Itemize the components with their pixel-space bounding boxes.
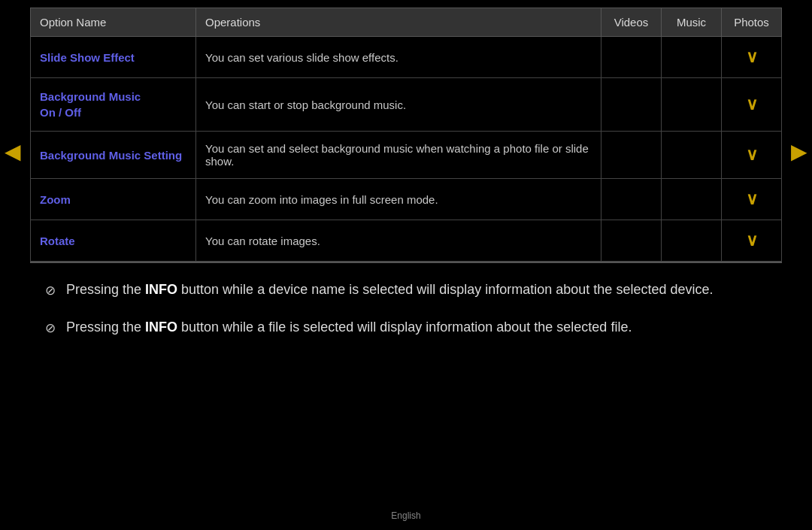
nav-arrow-right[interactable]: ▶ — [791, 139, 807, 164]
table-header-row: Option Name Operations Videos Music Phot… — [31, 8, 782, 37]
photos-check-cell: ∨ — [722, 37, 782, 78]
note-icon-1: ⊘ — [45, 281, 56, 301]
description-cell: You can zoom into images in full screen … — [196, 179, 601, 220]
table-row: Background Music SettingYou can set and … — [31, 132, 782, 179]
option-name-cell: Background Music On / Off — [31, 78, 196, 132]
music-check-cell — [662, 37, 722, 78]
note-text-1: Pressing the INFO button while a device … — [66, 280, 713, 300]
header-operations: Operations — [196, 8, 601, 37]
videos-check-cell — [601, 132, 662, 179]
photos-check-cell: ∨ — [722, 132, 782, 179]
option-name-cell: Slide Show Effect — [31, 37, 196, 78]
photos-check-cell: ∨ — [722, 78, 782, 132]
header-photos: Photos — [722, 8, 782, 37]
option-name-cell: Rotate — [31, 220, 196, 262]
videos-check-cell — [601, 179, 662, 220]
description-cell: You can rotate images. — [196, 220, 601, 262]
table-row: RotateYou can rotate images.∨ — [31, 220, 782, 262]
music-check-cell — [662, 220, 722, 262]
footer-language: English — [391, 510, 420, 521]
table-row: Slide Show EffectYou can set various sli… — [31, 37, 782, 78]
music-check-cell — [662, 78, 722, 132]
photos-check-cell: ∨ — [722, 220, 782, 262]
music-check-cell — [662, 179, 722, 220]
music-check-cell — [662, 132, 722, 179]
nav-arrow-left[interactable]: ◀ — [5, 139, 21, 164]
options-table: Option Name Operations Videos Music Phot… — [30, 8, 782, 262]
videos-check-cell — [601, 220, 662, 262]
option-name-cell: Zoom — [31, 179, 196, 220]
description-cell: You can set and select background music … — [196, 132, 601, 179]
note-text-2: Pressing the INFO button while a file is… — [66, 317, 632, 338]
header-option-name: Option Name — [31, 8, 196, 37]
header-music: Music — [662, 8, 722, 37]
note-item-2: ⊘ Pressing the INFO button while a file … — [45, 317, 767, 338]
table-row: ZoomYou can zoom into images in full scr… — [31, 179, 782, 220]
notes-section: ⊘ Pressing the INFO button while a devic… — [0, 263, 812, 338]
option-name-cell: Background Music Setting — [31, 132, 196, 179]
table-section: Option Name Operations Videos Music Phot… — [0, 8, 812, 262]
photos-check-cell: ∨ — [722, 179, 782, 220]
note-icon-2: ⊘ — [45, 319, 56, 338]
videos-check-cell — [601, 37, 662, 78]
videos-check-cell — [601, 78, 662, 132]
description-cell: You can set various slide show effects. — [196, 37, 601, 78]
header-videos: Videos — [601, 8, 662, 37]
note-item-1: ⊘ Pressing the INFO button while a devic… — [45, 280, 767, 301]
description-cell: You can start or stop background music. — [196, 78, 601, 132]
table-row: Background Music On / OffYou can start o… — [31, 78, 782, 132]
